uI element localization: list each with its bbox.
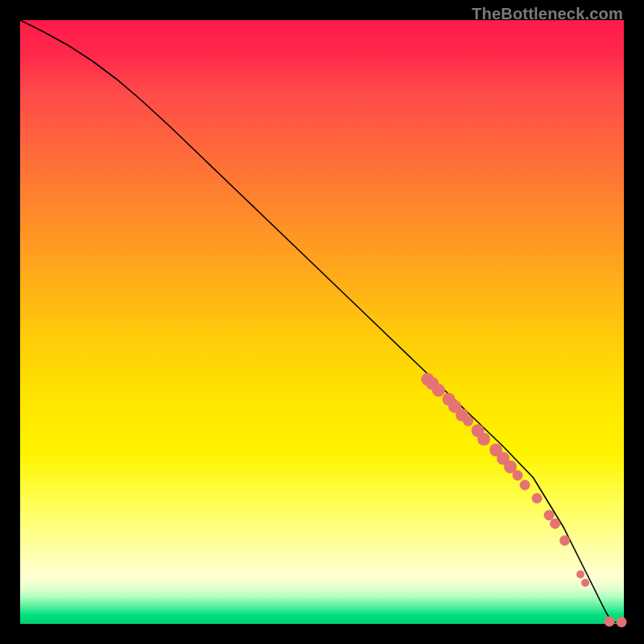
chart-svg [20, 20, 624, 624]
data-point [477, 433, 490, 446]
data-point [576, 571, 584, 579]
data-point [532, 493, 543, 504]
data-point [544, 510, 555, 521]
data-point [550, 518, 560, 529]
data-point [605, 617, 615, 627]
chart-stage: TheBottleneck.com [0, 0, 644, 644]
bottleneck-curve [20, 20, 624, 622]
data-point [520, 480, 530, 490]
data-point [617, 617, 627, 627]
data-point [513, 470, 523, 481]
data-point [581, 579, 589, 587]
data-point [559, 535, 570, 546]
chart-plot-area [20, 20, 624, 624]
data-points [421, 373, 626, 627]
data-point [463, 416, 473, 427]
data-point [432, 384, 445, 397]
